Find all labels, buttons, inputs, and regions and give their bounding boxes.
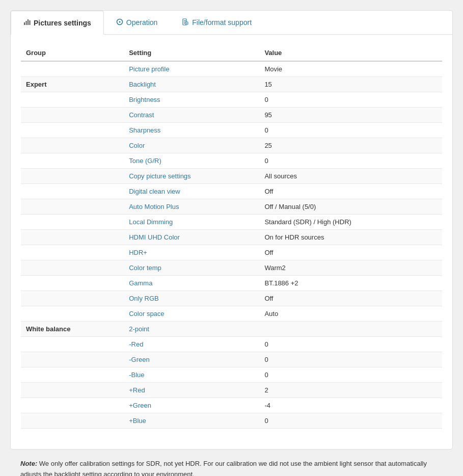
tab-label-operation: Operation (126, 18, 157, 27)
table-row: -Red0 (21, 337, 442, 352)
table-row: GammaBT.1886 +2 (21, 276, 442, 291)
cell-setting: Contrast (124, 108, 259, 123)
cell-setting: Local Dimming (124, 215, 259, 230)
cell-setting: Auto Motion Plus (124, 199, 259, 215)
cell-value: Auto (259, 306, 442, 322)
table-row: Brightness0 (21, 92, 442, 108)
cell-value: 25 (259, 138, 442, 153)
cell-setting: -Green (124, 352, 259, 367)
tab-icon-operation (116, 18, 123, 27)
cell-setting: Color temp (124, 260, 259, 276)
table-body: Picture profileMovieExpertBacklight15Bri… (21, 61, 442, 429)
cell-group (21, 123, 124, 138)
tab-icon-file-format-support (182, 18, 189, 27)
main-container: Pictures settingsOperationFile/format su… (10, 10, 453, 449)
cell-value: Movie (259, 61, 442, 77)
table-header: GroupSettingValue (21, 45, 442, 61)
cell-group (21, 383, 124, 398)
cell-setting: Brightness (124, 92, 259, 108)
cell-group (21, 199, 124, 215)
table-row: Sharpness0 (21, 123, 442, 138)
cell-setting: -Red (124, 337, 259, 352)
note-text: Note: We only offer calibration settings… (20, 459, 443, 476)
cell-setting: Picture profile (124, 61, 259, 77)
table-row: Only RGBOff (21, 291, 442, 306)
table-row: -Green0 (21, 352, 442, 367)
cell-value: 0 (259, 337, 442, 352)
table-row: Color spaceAuto (21, 306, 442, 322)
cell-group (21, 245, 124, 260)
cell-group (21, 352, 124, 367)
table-row: Contrast95 (21, 108, 442, 123)
cell-value: 2 (259, 383, 442, 398)
settings-table: GroupSettingValue Picture profileMovieEx… (21, 45, 442, 429)
table-row: Color25 (21, 138, 442, 153)
cell-value (259, 322, 442, 337)
table-row: HDR+Off (21, 245, 442, 260)
cell-setting: +Red (124, 383, 259, 398)
note-body: We only offer calibration settings for S… (20, 460, 427, 476)
table-row: HDMI UHD ColorOn for HDR sources (21, 230, 442, 245)
col-header-group: Group (21, 45, 124, 61)
cell-setting: HDMI UHD Color (124, 230, 259, 245)
cell-setting: Gamma (124, 276, 259, 291)
cell-setting: 2-point (124, 322, 259, 337)
cell-value: Standard (SDR) / High (HDR) (259, 215, 442, 230)
cell-value: Off (259, 291, 442, 306)
tab-file-format-support[interactable]: File/format support (170, 11, 264, 34)
tab-pictures-settings[interactable]: Pictures settings (11, 11, 104, 35)
cell-group (21, 108, 124, 123)
cell-value: Off / Manual (5/0) (259, 199, 442, 215)
cell-group (21, 367, 124, 383)
tab-operation[interactable]: Operation (104, 11, 170, 34)
cell-group: Expert (21, 77, 124, 92)
table-row: Tone (G/R)0 (21, 153, 442, 169)
cell-setting: Color (124, 138, 259, 153)
cell-value: Warm2 (259, 260, 442, 276)
svg-point-5 (119, 21, 120, 22)
table-row: Digital clean viewOff (21, 184, 442, 199)
table-section: GroupSettingValue Picture profileMovieEx… (11, 35, 452, 439)
tab-label-file-format-support: File/format support (192, 18, 252, 27)
cell-value: 0 (259, 367, 442, 383)
cell-setting: +Blue (124, 413, 259, 429)
cell-group (21, 92, 124, 108)
cell-group (21, 61, 124, 77)
cell-value: -4 (259, 398, 442, 413)
cell-value: 0 (259, 352, 442, 367)
cell-setting: Sharpness (124, 123, 259, 138)
svg-rect-1 (26, 21, 27, 25)
tab-bar: Pictures settingsOperationFile/format su… (11, 11, 452, 35)
table-row: Copy picture settingsAll sources (21, 169, 442, 184)
cell-value: Off (259, 184, 442, 199)
cell-group (21, 337, 124, 352)
cell-setting: Digital clean view (124, 184, 259, 199)
cell-setting: Copy picture settings (124, 169, 259, 184)
cell-setting: -Blue (124, 367, 259, 383)
cell-group (21, 413, 124, 429)
cell-value: BT.1886 +2 (259, 276, 442, 291)
cell-group (21, 230, 124, 245)
table-row: +Red2 (21, 383, 442, 398)
cell-value: 0 (259, 123, 442, 138)
table-row: Local DimmingStandard (SDR) / High (HDR) (21, 215, 442, 230)
cell-group: White balance (21, 322, 124, 337)
cell-group (21, 138, 124, 153)
col-header-value: Value (259, 45, 442, 61)
cell-group (21, 276, 124, 291)
table-row: ExpertBacklight15 (21, 77, 442, 92)
cell-group (21, 184, 124, 199)
table-row: Color tempWarm2 (21, 260, 442, 276)
table-row: +Blue0 (21, 413, 442, 429)
cell-setting: Tone (G/R) (124, 153, 259, 169)
cell-setting: Backlight (124, 77, 259, 92)
svg-rect-0 (24, 22, 25, 25)
cell-value: On for HDR sources (259, 230, 442, 245)
cell-setting: Only RGB (124, 291, 259, 306)
svg-rect-2 (28, 19, 29, 25)
tab-label-pictures-settings: Pictures settings (34, 19, 91, 27)
cell-group (21, 153, 124, 169)
cell-setting: Color space (124, 306, 259, 322)
svg-rect-3 (30, 20, 31, 25)
cell-value: 0 (259, 153, 442, 169)
